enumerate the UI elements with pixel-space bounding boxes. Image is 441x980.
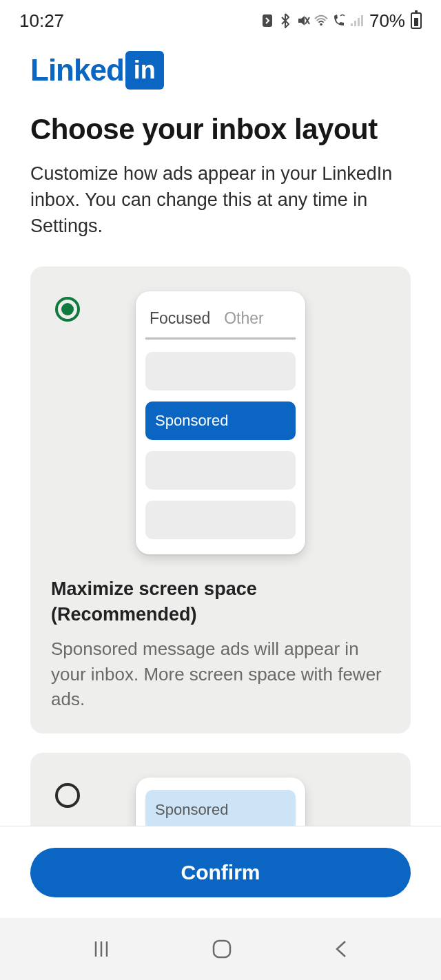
signal-icon [350,14,364,28]
sponsored-label: Sponsored [155,412,228,430]
svg-point-3 [320,23,322,26]
mockup-preview-2: Sponsored [51,778,390,826]
bluetooth-icon [278,14,292,28]
svg-rect-11 [214,941,230,957]
sponsored-row: Sponsored [145,402,296,440]
main-content: Linked in Choose your inbox layout Custo… [0,39,441,826]
svg-rect-6 [358,18,360,26]
battery-percent: 70% [369,10,405,32]
option1-title: Maximize screen space (Recommended) [51,576,390,627]
status-icons: 70% [260,10,422,32]
inbox-mockup: Focused Other Sponsored [136,291,305,554]
mockup-preview-1: Focused Other Sponsored [51,291,390,554]
message-placeholder [145,501,296,539]
svg-rect-0 [263,14,272,27]
logo-word: Linked [30,53,124,87]
status-bar: 10:27 70% [0,0,441,39]
page-title: Choose your inbox layout [30,113,411,146]
confirm-button[interactable]: Confirm [30,848,411,897]
home-icon[interactable] [211,938,233,960]
option-banner-ads[interactable]: Sponsored [30,753,411,826]
linkedin-logo: Linked in [30,51,411,90]
tab-focused: Focused [150,309,210,328]
mute-icon [296,14,310,28]
card-icon [260,14,274,28]
option1-desc: Sponsored message ads will appear in you… [51,636,390,711]
status-time: 10:27 [19,10,64,32]
logo-box: in [125,51,164,90]
wifi-icon [314,14,328,28]
inbox-mockup-banner: Sponsored [136,778,305,826]
svg-rect-4 [351,23,353,26]
back-icon[interactable] [332,939,350,959]
call-wifi-icon [332,14,346,28]
page-subtitle: Customize how ads appear in your LinkedI… [30,161,411,239]
system-nav-bar [0,918,441,980]
tab-other: Other [224,309,264,328]
svg-rect-5 [354,21,356,26]
option-maximize-space[interactable]: Focused Other Sponsored Maximize screen … [30,267,411,733]
battery-icon [411,12,422,29]
sponsored-label: Sponsored [155,801,228,818]
sponsored-banner: Sponsored [145,790,296,826]
message-placeholder [145,352,296,390]
svg-rect-7 [361,15,363,26]
message-placeholder [145,451,296,490]
mockup-tabs: Focused Other [145,304,296,340]
footer-bar: Confirm [0,826,441,918]
recents-icon[interactable] [91,939,112,959]
